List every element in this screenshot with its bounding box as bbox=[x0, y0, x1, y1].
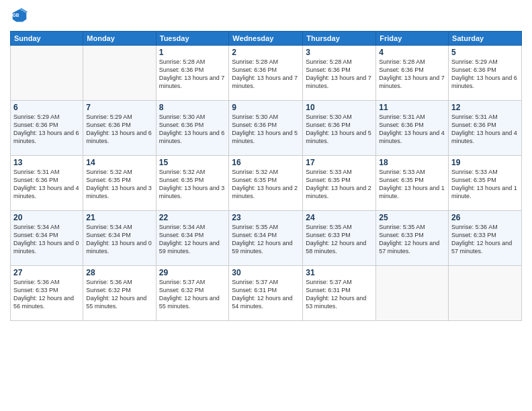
day-cell: 29Sunrise: 5:37 AM Sunset: 6:32 PM Dayli… bbox=[156, 266, 229, 321]
day-number: 15 bbox=[159, 158, 226, 167]
day-info: Sunrise: 5:29 AM Sunset: 6:36 PM Dayligh… bbox=[451, 58, 519, 91]
day-number: 9 bbox=[232, 103, 300, 112]
day-cell: 13Sunrise: 5:31 AM Sunset: 6:36 PM Dayli… bbox=[11, 156, 83, 211]
logo: GB bbox=[10, 7, 32, 26]
day-cell: 25Sunrise: 5:35 AM Sunset: 6:33 PM Dayli… bbox=[376, 211, 449, 266]
day-number: 16 bbox=[232, 158, 300, 167]
col-header-tuesday: Tuesday bbox=[156, 32, 229, 46]
day-info: Sunrise: 5:34 AM Sunset: 6:34 PM Dayligh… bbox=[86, 223, 152, 256]
day-number: 27 bbox=[13, 268, 80, 277]
day-number: 13 bbox=[13, 158, 80, 167]
day-info: Sunrise: 5:32 AM Sunset: 6:35 PM Dayligh… bbox=[86, 168, 152, 201]
day-number: 14 bbox=[86, 158, 152, 167]
day-cell: 12Sunrise: 5:31 AM Sunset: 6:36 PM Dayli… bbox=[449, 101, 522, 156]
day-cell: 5Sunrise: 5:29 AM Sunset: 6:36 PM Daylig… bbox=[449, 46, 522, 101]
day-cell: 2Sunrise: 5:28 AM Sunset: 6:36 PM Daylig… bbox=[229, 46, 303, 101]
day-number: 22 bbox=[159, 213, 226, 222]
day-cell: 6Sunrise: 5:29 AM Sunset: 6:36 PM Daylig… bbox=[11, 101, 83, 156]
day-number: 11 bbox=[379, 103, 445, 112]
day-number: 4 bbox=[379, 48, 445, 57]
week-row-5: 27Sunrise: 5:36 AM Sunset: 6:33 PM Dayli… bbox=[11, 266, 522, 321]
day-cell: 27Sunrise: 5:36 AM Sunset: 6:33 PM Dayli… bbox=[11, 266, 83, 321]
day-cell: 26Sunrise: 5:36 AM Sunset: 6:33 PM Dayli… bbox=[449, 211, 522, 266]
header: GB bbox=[10, 7, 522, 26]
day-info: Sunrise: 5:32 AM Sunset: 6:35 PM Dayligh… bbox=[159, 168, 226, 201]
day-number: 26 bbox=[451, 213, 519, 222]
day-number: 31 bbox=[306, 268, 373, 277]
day-cell: 15Sunrise: 5:32 AM Sunset: 6:35 PM Dayli… bbox=[156, 156, 229, 211]
day-number: 8 bbox=[159, 103, 226, 112]
day-cell: 11Sunrise: 5:31 AM Sunset: 6:36 PM Dayli… bbox=[376, 101, 449, 156]
week-row-2: 6Sunrise: 5:29 AM Sunset: 6:36 PM Daylig… bbox=[11, 101, 522, 156]
day-cell: 14Sunrise: 5:32 AM Sunset: 6:35 PM Dayli… bbox=[83, 156, 156, 211]
day-info: Sunrise: 5:36 AM Sunset: 6:32 PM Dayligh… bbox=[86, 278, 152, 311]
day-info: Sunrise: 5:33 AM Sunset: 6:35 PM Dayligh… bbox=[379, 168, 445, 201]
day-info: Sunrise: 5:33 AM Sunset: 6:35 PM Dayligh… bbox=[451, 168, 519, 201]
day-info: Sunrise: 5:28 AM Sunset: 6:36 PM Dayligh… bbox=[379, 58, 445, 91]
day-info: Sunrise: 5:33 AM Sunset: 6:35 PM Dayligh… bbox=[306, 168, 373, 201]
day-cell: 1Sunrise: 5:28 AM Sunset: 6:36 PM Daylig… bbox=[156, 46, 229, 101]
day-info: Sunrise: 5:28 AM Sunset: 6:36 PM Dayligh… bbox=[306, 58, 373, 91]
col-header-wednesday: Wednesday bbox=[229, 32, 303, 46]
day-info: Sunrise: 5:30 AM Sunset: 6:36 PM Dayligh… bbox=[232, 113, 300, 146]
day-number: 10 bbox=[306, 103, 373, 112]
day-info: Sunrise: 5:36 AM Sunset: 6:33 PM Dayligh… bbox=[451, 223, 519, 256]
week-row-3: 13Sunrise: 5:31 AM Sunset: 6:36 PM Dayli… bbox=[11, 156, 522, 211]
day-cell: 18Sunrise: 5:33 AM Sunset: 6:35 PM Dayli… bbox=[376, 156, 449, 211]
day-info: Sunrise: 5:37 AM Sunset: 6:31 PM Dayligh… bbox=[232, 278, 300, 311]
col-header-thursday: Thursday bbox=[303, 32, 376, 46]
day-info: Sunrise: 5:28 AM Sunset: 6:36 PM Dayligh… bbox=[159, 58, 226, 91]
day-info: Sunrise: 5:37 AM Sunset: 6:31 PM Dayligh… bbox=[306, 278, 373, 311]
day-cell: 31Sunrise: 5:37 AM Sunset: 6:31 PM Dayli… bbox=[303, 266, 376, 321]
calendar: SundayMondayTuesdayWednesdayThursdayFrid… bbox=[10, 31, 522, 321]
day-cell bbox=[11, 46, 83, 101]
day-info: Sunrise: 5:32 AM Sunset: 6:35 PM Dayligh… bbox=[232, 168, 300, 201]
day-cell: 21Sunrise: 5:34 AM Sunset: 6:34 PM Dayli… bbox=[83, 211, 156, 266]
day-cell: 9Sunrise: 5:30 AM Sunset: 6:36 PM Daylig… bbox=[229, 101, 303, 156]
day-info: Sunrise: 5:37 AM Sunset: 6:32 PM Dayligh… bbox=[159, 278, 226, 311]
day-info: Sunrise: 5:34 AM Sunset: 6:34 PM Dayligh… bbox=[13, 223, 80, 256]
day-info: Sunrise: 5:35 AM Sunset: 6:33 PM Dayligh… bbox=[306, 223, 373, 256]
day-number: 7 bbox=[86, 103, 152, 112]
day-info: Sunrise: 5:36 AM Sunset: 6:33 PM Dayligh… bbox=[13, 278, 80, 311]
page: GB SundayMondayTuesdayWednesdayThursdayF… bbox=[0, 0, 532, 411]
header-row: SundayMondayTuesdayWednesdayThursdayFrid… bbox=[11, 32, 522, 46]
day-cell: 30Sunrise: 5:37 AM Sunset: 6:31 PM Dayli… bbox=[229, 266, 303, 321]
day-info: Sunrise: 5:31 AM Sunset: 6:36 PM Dayligh… bbox=[451, 113, 519, 146]
logo-icon: GB bbox=[10, 7, 29, 26]
day-number: 20 bbox=[13, 213, 80, 222]
col-header-friday: Friday bbox=[376, 32, 449, 46]
day-cell bbox=[376, 266, 449, 321]
day-number: 30 bbox=[232, 268, 300, 277]
day-cell: 22Sunrise: 5:34 AM Sunset: 6:34 PM Dayli… bbox=[156, 211, 229, 266]
day-number: 12 bbox=[451, 103, 519, 112]
week-row-4: 20Sunrise: 5:34 AM Sunset: 6:34 PM Dayli… bbox=[11, 211, 522, 266]
day-number: 6 bbox=[13, 103, 80, 112]
day-number: 2 bbox=[232, 48, 300, 57]
col-header-saturday: Saturday bbox=[449, 32, 522, 46]
day-number: 29 bbox=[159, 268, 226, 277]
day-cell bbox=[83, 46, 156, 101]
day-number: 17 bbox=[306, 158, 373, 167]
day-info: Sunrise: 5:35 AM Sunset: 6:33 PM Dayligh… bbox=[379, 223, 445, 256]
day-cell: 8Sunrise: 5:30 AM Sunset: 6:36 PM Daylig… bbox=[156, 101, 229, 156]
week-row-1: 1Sunrise: 5:28 AM Sunset: 6:36 PM Daylig… bbox=[11, 46, 522, 101]
day-cell: 7Sunrise: 5:29 AM Sunset: 6:36 PM Daylig… bbox=[83, 101, 156, 156]
col-header-sunday: Sunday bbox=[11, 32, 83, 46]
col-header-monday: Monday bbox=[83, 32, 156, 46]
day-info: Sunrise: 5:34 AM Sunset: 6:34 PM Dayligh… bbox=[159, 223, 226, 256]
day-cell: 28Sunrise: 5:36 AM Sunset: 6:32 PM Dayli… bbox=[83, 266, 156, 321]
day-info: Sunrise: 5:30 AM Sunset: 6:36 PM Dayligh… bbox=[159, 113, 226, 146]
day-info: Sunrise: 5:35 AM Sunset: 6:34 PM Dayligh… bbox=[232, 223, 300, 256]
day-number: 5 bbox=[451, 48, 519, 57]
day-info: Sunrise: 5:29 AM Sunset: 6:36 PM Dayligh… bbox=[13, 113, 80, 146]
day-number: 23 bbox=[232, 213, 300, 222]
day-cell: 24Sunrise: 5:35 AM Sunset: 6:33 PM Dayli… bbox=[303, 211, 376, 266]
day-info: Sunrise: 5:28 AM Sunset: 6:36 PM Dayligh… bbox=[232, 58, 300, 91]
day-info: Sunrise: 5:29 AM Sunset: 6:36 PM Dayligh… bbox=[86, 113, 152, 146]
day-number: 18 bbox=[379, 158, 445, 167]
day-cell: 17Sunrise: 5:33 AM Sunset: 6:35 PM Dayli… bbox=[303, 156, 376, 211]
day-cell: 10Sunrise: 5:30 AM Sunset: 6:36 PM Dayli… bbox=[303, 101, 376, 156]
day-cell: 23Sunrise: 5:35 AM Sunset: 6:34 PM Dayli… bbox=[229, 211, 303, 266]
day-number: 21 bbox=[86, 213, 152, 222]
